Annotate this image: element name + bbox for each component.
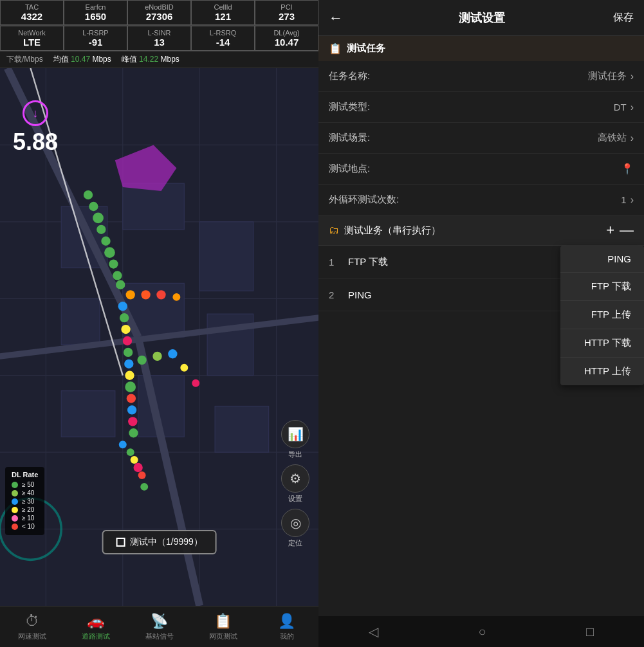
android-back-button[interactable]: ◁	[358, 619, 389, 644]
business-row-num: 2	[329, 289, 348, 300]
save-button[interactable]: 保存	[613, 11, 634, 24]
speed-peak-value: 14.22	[139, 55, 158, 64]
float-btn-label: 定位	[288, 538, 302, 548]
nav-item-我的[interactable]: 👤我的	[255, 609, 318, 645]
stat-cell-l-sinr: L-SINR13	[127, 26, 191, 51]
nav-icon: 👤	[278, 613, 295, 630]
svg-point-42	[124, 348, 133, 357]
svg-point-30	[104, 247, 115, 258]
svg-point-41	[123, 336, 132, 345]
task-section-title: 测试任务	[347, 42, 385, 55]
stats-bar-row1: TAC4322Earfcn1650eNodBID27306CellId121PC…	[0, 0, 318, 26]
svg-point-36	[156, 290, 165, 299]
legend-dot	[12, 524, 18, 530]
svg-rect-17	[61, 391, 115, 437]
business-section-header: 🗂 测试业务（串行执行） + —	[318, 215, 644, 246]
setting-row-4[interactable]: 外循环测试次数: 1 ›	[318, 185, 644, 215]
legend-text: ≥ 50	[22, 481, 34, 488]
svg-point-26	[89, 202, 98, 211]
big-speed-value: 5.88	[13, 129, 58, 156]
android-nav: ◁ ○ □	[318, 616, 644, 647]
float-btn-icon: ◎	[281, 509, 309, 537]
right-content: 📋 测试任务 任务名称: 测试任务 › 测试类型: DT › 测试场景: 高铁站…	[318, 36, 644, 616]
svg-point-48	[128, 417, 137, 426]
legend-item: ≥ 10	[12, 515, 38, 522]
setting-row-3[interactable]: 测试地点: 📍	[318, 154, 644, 185]
nav-item-道路测试[interactable]: 🚗道路测试	[64, 609, 127, 645]
legend-item: ≥ 20	[12, 506, 38, 513]
stat-cell-network: NetWorkLTE	[0, 26, 64, 51]
android-home-button[interactable]: ○	[468, 619, 496, 644]
legend-text: ≥ 10	[22, 515, 34, 522]
setting-row-1[interactable]: 测试类型: DT ›	[318, 92, 644, 123]
svg-point-54	[192, 379, 199, 387]
setting-row-2[interactable]: 测试场景: 高铁站 ›	[318, 123, 644, 154]
svg-point-39	[120, 313, 129, 322]
nav-icon: 📡	[151, 613, 168, 630]
legend-title: DL Rate	[12, 471, 38, 478]
svg-point-51	[152, 352, 161, 361]
row-label: 任务名称:	[329, 70, 588, 82]
float-button-定位[interactable]: ◎定位	[279, 509, 312, 548]
nav-item-网页测试[interactable]: 📋网页测试	[191, 609, 255, 645]
legend-dot	[12, 490, 18, 497]
legend-text: ≥ 30	[22, 498, 34, 505]
speed-down-icon: ↓	[23, 100, 48, 126]
svg-rect-13	[199, 222, 253, 291]
row-label: 测试场景:	[329, 132, 598, 144]
task-section-icon: 📋	[329, 42, 342, 55]
svg-point-59	[138, 471, 146, 479]
row-arrow: ›	[630, 132, 634, 144]
svg-point-29	[101, 237, 110, 246]
speed-avg: 均值 10.47 Mbps	[53, 54, 111, 65]
svg-point-60	[140, 483, 148, 491]
speed-peak: 峰值 14.22 Mbps	[122, 54, 179, 65]
legend-dot	[12, 498, 18, 505]
dl-rate-legend: DL Rate ≥ 50≥ 40≥ 30≥ 20≥ 10< 10	[5, 467, 44, 535]
legend-item: < 10	[12, 523, 38, 530]
svg-point-55	[119, 441, 127, 448]
svg-point-33	[116, 280, 125, 289]
test-status-button[interactable]: 测试中（1/9999）	[102, 530, 217, 554]
setting-row-0[interactable]: 任务名称: 测试任务 ›	[318, 61, 644, 92]
svg-point-38	[118, 302, 127, 311]
svg-point-58	[133, 463, 142, 472]
row-arrow: ›	[630, 194, 634, 206]
nav-item-网速测试[interactable]: ⏱网速测试	[0, 609, 64, 645]
svg-point-37	[172, 293, 180, 301]
speed-bar: 下载/Mbps 均值 10.47 Mbps 峰值 14.22 Mbps	[0, 51, 318, 68]
nav-item-基站信号[interactable]: 📡基站信号	[127, 609, 191, 645]
legend-dot	[12, 482, 18, 488]
legend-dot	[12, 515, 18, 522]
float-button-导出[interactable]: 📊导出	[279, 420, 312, 459]
stat-cell-earfcn: Earfcn1650	[64, 0, 127, 25]
row-value: 测试任务	[588, 70, 627, 82]
dropdown-item-PING[interactable]: PING	[560, 246, 644, 273]
svg-point-31	[109, 259, 118, 268]
svg-point-49	[129, 428, 138, 437]
legend-text: ≥ 20	[22, 506, 34, 513]
business-row-num: 1	[329, 257, 348, 268]
svg-point-40	[121, 325, 130, 334]
android-recent-button[interactable]: □	[576, 619, 604, 644]
add-business-button[interactable]: +	[606, 222, 614, 239]
row-value: 1	[621, 194, 626, 205]
back-button[interactable]: ←	[329, 10, 343, 26]
row-arrow: ›	[630, 71, 634, 82]
float-button-设置[interactable]: ⚙设置	[279, 464, 312, 504]
remove-business-button[interactable]: —	[620, 222, 634, 239]
nav-icon: 📋	[214, 613, 232, 630]
nav-icon: 🚗	[87, 613, 104, 630]
legend-text: < 10	[22, 523, 35, 530]
dropdown-item-HTTP 上传[interactable]: HTTP 上传	[560, 358, 644, 385]
dropdown-item-HTTP 下载[interactable]: HTTP 下载	[560, 329, 644, 358]
dropdown-item-FTP 上传[interactable]: FTP 上传	[560, 301, 644, 329]
nav-label: 我的	[280, 632, 294, 641]
row-value: DT	[614, 102, 627, 113]
map-area: ↓ 5.88 DL Rate ≥ 50≥ 40≥ 30≥ 20≥ 10< 10 …	[0, 68, 318, 606]
svg-rect-14	[61, 298, 100, 345]
row-arrow: 📍	[621, 163, 634, 175]
svg-rect-19	[215, 406, 269, 452]
dropdown-item-FTP 下载[interactable]: FTP 下载	[560, 273, 644, 301]
stat-cell-cellid: CellId121	[191, 0, 255, 25]
